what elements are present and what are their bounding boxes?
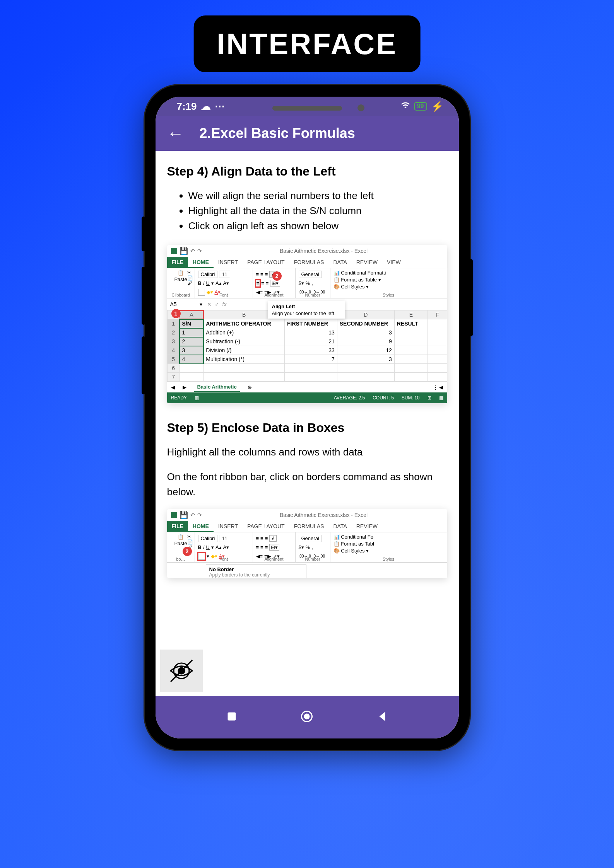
cancel-icon[interactable]: ✕ xyxy=(207,301,212,307)
step5-heading: Step 5) Enclose Data in Boxes xyxy=(167,421,447,435)
font-group-label: Font xyxy=(195,293,253,297)
conditional-formatting-button[interactable]: 📊 Conditional Formatti xyxy=(334,270,444,276)
excel-logo-icon xyxy=(171,248,177,254)
spreadsheet-grid[interactable]: 1 A B C D E F 1 S/N ARITHMETIC OPERATOR … xyxy=(167,310,447,382)
align-left-button[interactable]: ≡ xyxy=(256,280,260,286)
conditional-formatting-button[interactable]: 📊 Conditional Fo xyxy=(334,534,444,540)
col-header[interactable]: D xyxy=(337,310,394,319)
svg-rect-3 xyxy=(227,713,236,721)
phone-screen: 7:19 ☁ ⋯ 99 ⚡ ← 2.Excel Basic Formulas S… xyxy=(156,97,459,738)
tab-data[interactable]: DATA xyxy=(328,257,351,268)
underline-button[interactable]: U xyxy=(206,544,210,550)
align-center-button[interactable]: ≡ xyxy=(261,280,264,286)
cut-icon[interactable]: ✂ xyxy=(187,270,193,275)
bold-button[interactable]: B xyxy=(198,544,202,550)
add-sheet-icon[interactable]: ⊕ xyxy=(248,384,252,390)
italic-button[interactable]: I xyxy=(203,544,205,550)
tab-home[interactable]: HOME xyxy=(188,521,214,532)
back-button[interactable]: ← xyxy=(167,124,184,143)
undo-icon: ↶ xyxy=(190,512,195,518)
tab-insert[interactable]: INSERT xyxy=(214,257,243,268)
step5-para1: Highlight all the columns and rows with … xyxy=(167,445,447,460)
italic-button[interactable]: I xyxy=(203,280,205,286)
align-top-icon[interactable]: ≡ xyxy=(256,271,259,277)
sheet-nav-prev-icon[interactable]: ◀ xyxy=(171,384,175,390)
number-format-select[interactable]: General xyxy=(299,535,322,542)
tab-file[interactable]: FILE xyxy=(167,521,188,532)
font-shrink-icon[interactable]: A▾ xyxy=(223,280,229,286)
copy-icon[interactable]: 📄 xyxy=(187,539,193,545)
font-grow-icon[interactable]: A▴ xyxy=(215,280,222,286)
format-painter-icon[interactable]: 🖌 xyxy=(187,281,193,286)
tab-formulas[interactable]: FORMULAS xyxy=(289,257,329,268)
clipboard-icon: 📋 xyxy=(178,534,184,540)
tab-review[interactable]: REVIEW xyxy=(352,521,382,532)
accounting-icon[interactable]: $▾ xyxy=(299,280,304,286)
align-middle-icon[interactable]: ≡ xyxy=(260,271,263,277)
tab-insert[interactable]: INSERT xyxy=(214,521,243,532)
callout-1: 1 xyxy=(171,309,181,318)
font-name-select[interactable]: Calibri xyxy=(198,271,218,278)
undo-icon: ↶ xyxy=(190,248,195,254)
status-count: COUNT: 5 xyxy=(373,395,394,401)
watermark-disable-ads-icon[interactable] xyxy=(160,650,203,692)
tab-pagelayout[interactable]: PAGE LAYOUT xyxy=(243,257,289,268)
paste-label[interactable]: Paste xyxy=(174,541,187,546)
name-box[interactable]: A5 xyxy=(167,301,198,307)
number-format-select[interactable]: General xyxy=(299,271,322,278)
alignment-group-label: Alignment xyxy=(253,557,295,561)
nav-back-button[interactable] xyxy=(375,709,389,725)
save-icon: 💾 xyxy=(180,511,188,519)
font-group-label: Font xyxy=(195,557,253,561)
enter-icon[interactable]: ✓ xyxy=(215,301,219,307)
ribbon-tabs: FILE HOME INSERT PAGE LAYOUT FORMULAS DA… xyxy=(167,521,447,532)
format-as-table-button[interactable]: 📋 Format as Table ▾ xyxy=(334,277,444,283)
cell-styles-button[interactable]: 🎨 Cell Styles ▾ xyxy=(334,548,444,554)
ribbon: 📋 Paste ✂ 📄 🖌 Clipboard Calibri xyxy=(167,268,447,298)
tab-review[interactable]: REVIEW xyxy=(352,257,382,268)
callout-2: 2 xyxy=(272,271,282,281)
align-bottom-icon[interactable]: ≡ xyxy=(265,271,268,277)
font-grow-icon[interactable]: A▴ xyxy=(215,544,222,550)
sheet-tab[interactable]: Basic Arithmetic xyxy=(194,382,240,392)
nav-recents-button[interactable] xyxy=(225,709,239,725)
nav-home-button[interactable] xyxy=(300,709,314,725)
status-sum: SUM: 10 xyxy=(402,395,420,401)
border-dropdown-option[interactable]: No Border xyxy=(209,566,303,572)
tab-home[interactable]: HOME xyxy=(188,257,214,268)
col-header[interactable]: F xyxy=(428,310,447,319)
tab-file[interactable]: FILE xyxy=(167,257,188,268)
svg-point-5 xyxy=(304,714,310,720)
bold-button[interactable]: B xyxy=(198,280,202,286)
merge-center-button[interactable]: ⊞▾ xyxy=(270,280,280,286)
underline-button[interactable]: U xyxy=(206,280,210,286)
styles-group-label: Styles xyxy=(330,293,447,297)
view-layout-icon[interactable]: ▦ xyxy=(439,395,443,401)
percent-icon[interactable]: % xyxy=(306,280,310,286)
cell-styles-button[interactable]: 🎨 Cell Styles ▾ xyxy=(334,284,444,290)
tab-formulas[interactable]: FORMULAS xyxy=(289,521,329,532)
content-area[interactable]: Step 4) Align Data to the Left We will a… xyxy=(156,151,459,696)
excel-logo-icon xyxy=(171,512,177,518)
align-right-button[interactable]: ≡ xyxy=(266,280,269,286)
status-ready: READY xyxy=(171,395,187,401)
tab-view[interactable]: VIEW xyxy=(382,257,405,268)
view-normal-icon[interactable]: ⊞ xyxy=(428,395,431,401)
tab-pagelayout[interactable]: PAGE LAYOUT xyxy=(243,521,289,532)
font-shrink-icon[interactable]: A▾ xyxy=(223,544,229,550)
col-header[interactable]: A xyxy=(180,310,204,319)
fx-icon[interactable]: fx xyxy=(222,301,227,307)
sheet-nav-next-icon[interactable]: ▶ xyxy=(183,384,186,390)
android-nav-bar xyxy=(156,696,459,738)
font-size-select[interactable]: 11 xyxy=(219,271,230,278)
save-icon: 💾 xyxy=(180,247,188,255)
font-name-select[interactable]: Calibri xyxy=(198,535,218,542)
copy-icon[interactable]: 📄 xyxy=(187,275,193,281)
cut-icon[interactable]: ✂ xyxy=(187,534,193,539)
col-header[interactable]: E xyxy=(394,310,428,319)
format-as-table-button[interactable]: 📋 Format as Tabl xyxy=(334,541,444,547)
comma-icon[interactable]: , xyxy=(311,280,313,286)
tab-data[interactable]: DATA xyxy=(328,521,351,532)
paste-label[interactable]: Paste xyxy=(174,276,187,282)
font-size-select[interactable]: 11 xyxy=(219,535,230,542)
